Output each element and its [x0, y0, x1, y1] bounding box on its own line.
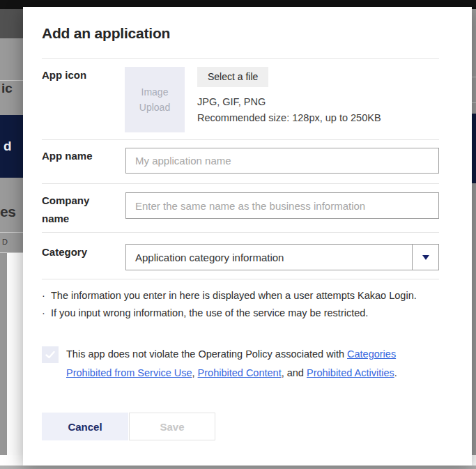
- category-selected-value: Application category information: [126, 252, 284, 263]
- category-label: Category: [42, 243, 87, 261]
- app-icon-label: App icon: [42, 66, 86, 84]
- image-upload-placeholder: Image Upload: [139, 84, 170, 115]
- background-header-fragment: [0, 9, 23, 38]
- app-name-input[interactable]: [125, 148, 439, 174]
- background-button-text-fragment: d: [3, 139, 12, 154]
- notice-item: · If you input wrong information, the us…: [42, 307, 368, 318]
- select-file-button[interactable]: Select a file: [197, 67, 268, 87]
- background-divider: [472, 102, 476, 103]
- background-bottom-bar: [0, 466, 476, 469]
- recommended-size-text: Recommended size: 128px, up to 250KB: [197, 112, 381, 123]
- modal-title: Add an application: [42, 25, 170, 42]
- policy-link[interactable]: Prohibited Content: [198, 367, 282, 378]
- allowed-formats-text: JPG, GIF, PNG: [197, 96, 266, 107]
- background-divider: [472, 77, 476, 77]
- policy-text-segment: This app does not violate the Operating …: [66, 348, 347, 360]
- background-right-strip: [472, 9, 476, 455]
- background-text-fragment: ic: [1, 81, 24, 96]
- company-name-label: Company name: [42, 192, 108, 228]
- notice-text: The information you enter in here is dis…: [51, 290, 417, 301]
- policy-link[interactable]: Prohibited Activities: [307, 367, 394, 378]
- policy-text-segment: .: [394, 367, 397, 378]
- divider: [42, 58, 439, 59]
- save-button[interactable]: Save: [129, 413, 215, 440]
- background-heading-fragment: es: [0, 203, 15, 220]
- background-navy-fragment: [472, 114, 476, 183]
- background-divider: [0, 232, 23, 233]
- notice-item: · The information you enter in here is d…: [42, 290, 417, 301]
- policy-text-segment: ,: [192, 367, 198, 378]
- background-small-text-fragment: D: [2, 238, 8, 246]
- divider: [42, 279, 439, 279]
- divider: [42, 232, 439, 233]
- add-application-modal: Add an application App icon Image Upload…: [23, 7, 472, 466]
- checkmark-icon: [44, 348, 56, 361]
- policy-text-segment: , and: [282, 367, 307, 378]
- policy-checkbox[interactable]: [42, 346, 59, 363]
- divider: [42, 183, 439, 184]
- policy-statement: This app does not violate the Operating …: [66, 345, 443, 383]
- app-name-label: App name: [42, 147, 93, 165]
- divider: [42, 139, 439, 140]
- cancel-button[interactable]: Cancel: [42, 413, 128, 440]
- notice-text: If you input wrong information, the use …: [51, 307, 368, 318]
- background-strip: [0, 253, 7, 455]
- background-navy-button-fragment: d: [0, 115, 23, 178]
- chevron-down-icon: [422, 255, 429, 260]
- dropdown-toggle[interactable]: [412, 245, 438, 270]
- category-select[interactable]: Application category information: [125, 244, 439, 270]
- image-upload-dropzone[interactable]: Image Upload: [125, 67, 185, 132]
- bullet-dot: ·: [42, 307, 51, 318]
- bullet-dot: ·: [42, 290, 51, 301]
- company-name-input[interactable]: [125, 192, 439, 219]
